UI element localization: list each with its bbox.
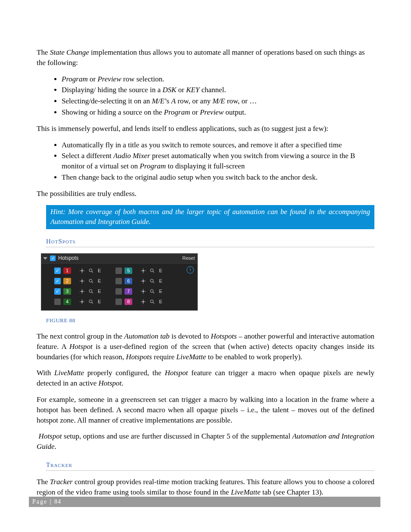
hotspot-checkbox-8[interactable] — [115, 299, 122, 305]
zoom-icon[interactable] — [149, 299, 156, 305]
target-icon[interactable] — [79, 299, 85, 305]
svg-point-5 — [89, 289, 92, 292]
hotspot-row-7: 7E — [115, 288, 162, 296]
svg-point-2 — [81, 280, 83, 282]
hotspots-para-2: With LiveMatte properly configured, the … — [37, 368, 374, 389]
hotspots-panel-title: Hotspots — [58, 255, 78, 262]
list-item: Select a different Audio Mixer preset au… — [62, 151, 374, 171]
hotspots-panel-body: i ✓1E✓2E✓3E4E 5E6E7E8E — [41, 264, 197, 310]
disclosure-triangle-icon[interactable] — [43, 257, 47, 260]
svg-point-12 — [143, 291, 144, 292]
target-icon[interactable] — [79, 278, 85, 284]
svg-point-0 — [81, 270, 83, 271]
e-label[interactable]: E — [159, 278, 162, 284]
figure-caption: FIGURE 88 — [46, 317, 374, 324]
list-item: Showing or hiding a source on the Progra… — [62, 107, 374, 118]
e-label[interactable]: E — [159, 288, 162, 295]
hotspot-checkbox-5[interactable] — [115, 268, 122, 274]
hotspots-para-1: The next control group in the Automation… — [37, 331, 374, 362]
page-footer: Page | 84 — [29, 497, 380, 507]
intro-list-1: Program or Preview row selection. Displa… — [37, 74, 374, 118]
hotspot-row-5: 5E — [115, 267, 162, 275]
hotspot-row-2: ✓2E — [54, 277, 101, 285]
list-item: Then change back to the original audio s… — [62, 172, 374, 183]
list-item: Automatically fly in a title as you swit… — [62, 140, 374, 150]
zoom-icon[interactable] — [149, 278, 156, 284]
hotspots-para-3: For example, someone in a greenscreen se… — [37, 395, 374, 425]
hotspots-panel: ✓ Hotspots Reset i ✓1E✓2E✓3E4E 5E6E7E8E — [41, 253, 198, 311]
list-item: Program or Preview row selection. — [62, 74, 374, 84]
list-item: Displaying/ hiding the source in a DSK o… — [62, 85, 374, 95]
hotspot-row-4: 4E — [54, 298, 101, 306]
target-icon[interactable] — [140, 278, 146, 284]
e-label[interactable]: E — [98, 288, 101, 295]
zoom-icon[interactable] — [88, 268, 94, 274]
svg-point-7 — [89, 300, 92, 303]
zoom-icon[interactable] — [149, 288, 156, 295]
e-label[interactable]: E — [98, 299, 101, 305]
target-icon[interactable] — [79, 268, 85, 274]
intro-para-1: The State Change implementation thus all… — [37, 47, 374, 68]
zoom-icon[interactable] — [88, 288, 94, 295]
hotspot-checkbox-7[interactable] — [115, 288, 122, 295]
svg-point-6 — [81, 301, 83, 302]
intro-para-3: The possibilities are truly endless. — [37, 189, 374, 199]
target-icon[interactable] — [140, 299, 146, 305]
intro-para-2: This is immensely powerful, and lends it… — [37, 124, 374, 134]
hotspot-number-badge-1[interactable]: 1 — [63, 268, 71, 274]
svg-point-8 — [143, 270, 144, 271]
svg-point-3 — [89, 279, 92, 282]
hotspots-panel-header[interactable]: ✓ Hotspots Reset — [41, 254, 197, 264]
e-label[interactable]: E — [159, 299, 162, 305]
info-icon[interactable]: i — [187, 266, 194, 274]
hotspot-checkbox-3[interactable]: ✓ — [54, 288, 61, 295]
zoom-icon[interactable] — [149, 268, 156, 274]
hotspots-master-checkbox[interactable]: ✓ — [50, 255, 56, 261]
target-icon[interactable] — [79, 288, 85, 295]
hotspots-para-4: Hotspot setup, options and use are furth… — [37, 431, 374, 452]
hotspot-row-1: ✓1E — [54, 267, 101, 275]
svg-point-1 — [89, 269, 92, 272]
svg-point-11 — [151, 279, 154, 282]
svg-point-15 — [151, 300, 154, 303]
hotspot-row-3: ✓3E — [54, 288, 101, 296]
e-label[interactable]: E — [98, 278, 101, 284]
intro-list-2: Automatically fly in a title as you swit… — [37, 140, 374, 183]
zoom-icon[interactable] — [88, 299, 94, 305]
hotspots-heading: HotSpots — [46, 237, 374, 247]
e-label[interactable]: E — [98, 268, 101, 274]
tracker-heading: Tracker — [46, 460, 374, 471]
svg-point-10 — [143, 280, 144, 282]
svg-point-9 — [151, 269, 154, 272]
zoom-icon[interactable] — [88, 278, 94, 284]
hotspot-checkbox-6[interactable] — [115, 278, 122, 284]
hotspot-checkbox-2[interactable]: ✓ — [54, 278, 61, 284]
reset-button[interactable]: Reset — [182, 255, 195, 261]
hotspot-number-badge-3[interactable]: 3 — [63, 288, 71, 295]
target-icon[interactable] — [140, 268, 146, 274]
e-label[interactable]: E — [159, 268, 162, 274]
target-icon[interactable] — [140, 288, 146, 295]
hotspot-number-badge-7[interactable]: 7 — [125, 288, 132, 295]
svg-point-4 — [81, 291, 83, 292]
tracker-para-1: The Tracker control group provides real-… — [37, 477, 374, 498]
hotspot-row-6: 6E — [115, 277, 162, 285]
hotspot-number-badge-5[interactable]: 5 — [125, 268, 132, 274]
hotspot-number-badge-8[interactable]: 8 — [125, 299, 132, 305]
hotspot-number-badge-4[interactable]: 4 — [63, 299, 71, 305]
svg-point-13 — [151, 289, 154, 292]
svg-point-14 — [143, 301, 144, 302]
hotspot-checkbox-4[interactable] — [54, 299, 61, 305]
list-item: Selecting/de-selecting it on an M/E’s A … — [62, 96, 374, 106]
hotspot-row-8: 8E — [115, 298, 162, 306]
hotspot-checkbox-1[interactable]: ✓ — [54, 268, 61, 274]
hint-box: Hint: More coverage of both macros and t… — [46, 205, 374, 229]
hotspot-number-badge-2[interactable]: 2 — [63, 278, 71, 284]
hotspot-number-badge-6[interactable]: 6 — [125, 278, 132, 284]
